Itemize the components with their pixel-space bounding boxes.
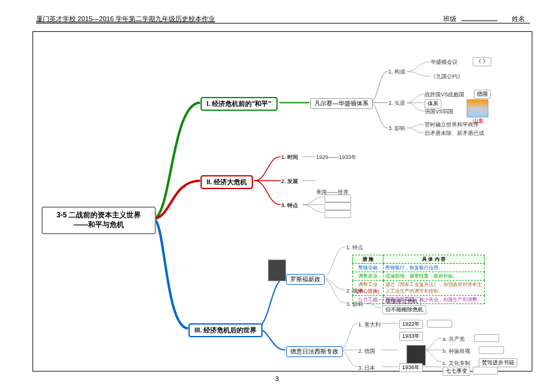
b1-n1: 1. 构成 <box>388 68 405 76</box>
b1-n1a: 华盛顿会议 <box>431 58 458 66</box>
mindmap-diagram: 3-5 二战前的资本主义世界 ——和平与危机 I. 经济危机前的"和平" II.… <box>33 31 532 372</box>
name-label: 姓名 <box>512 14 525 23</box>
b1-n2: 2. 实质 <box>388 99 405 107</box>
f2b-blank <box>474 334 499 342</box>
page-header: 厦门英才学校 2015—2016 学年第二学期九年级历史校本作业 班级 姓名 <box>36 14 530 23</box>
b3-f2c: b. 种族歧视 <box>443 347 470 355</box>
hitler-image <box>406 345 426 366</box>
b3-f1: 1. 意大利 <box>358 321 381 329</box>
b3-f2b: a. 共产党 <box>443 335 465 343</box>
b3-r1: 1. 特点 <box>346 244 363 252</box>
b1-n2b: 战胜国VS战败国 <box>425 91 464 99</box>
b3-sub2: 德意日法西斯专政 <box>286 346 343 357</box>
b1-n2a: 体系 <box>425 99 441 108</box>
class-label: 班级 <box>443 14 456 23</box>
f1-blank <box>427 320 452 328</box>
b1-n3b: 旧矛盾未除、新矛盾已成 <box>425 129 484 137</box>
b3-f2e: 焚毁进步书籍 <box>479 358 517 367</box>
fdr-image <box>268 260 286 281</box>
b2-n3: 3. 特点 <box>281 202 298 210</box>
b2-blank3 <box>325 210 351 218</box>
measures-table: 措 施具 体 内 容 整顿金融整顿银行，恢复银行信用。 调整农业缩减耕地、屠宰牲… <box>352 255 485 304</box>
b3-f3b: 七七事变 <box>443 367 470 376</box>
root-node: 3-5 二战前的资本主义世界 ——和平与危机 <box>42 207 156 234</box>
f3-blank <box>473 367 498 375</box>
b3-f2a: 1933年 <box>399 332 423 341</box>
header-title: 厦门英才学校 2015—2016 学年第二学期九年级历史校本作业 <box>36 14 215 23</box>
branch-2: II. 经济大危机 <box>201 175 253 189</box>
b2-blank1 <box>325 194 351 202</box>
branch-3: III. 经济危机后的世界 <box>188 323 263 337</box>
page-number: 3 <box>0 375 554 382</box>
b1-n2c: 强国VS弱国 <box>425 108 453 116</box>
th-content: 具 体 内 容 <box>384 255 485 264</box>
b1-sub: 凡尔赛—华盛顿体系 <box>310 98 373 109</box>
b1-n1c: 《 》 <box>473 57 491 66</box>
f2c-blank <box>479 346 504 354</box>
root-line2: ——和平与危机 <box>57 220 142 230</box>
branch-1: I. 经济危机前的"和平" <box>201 97 278 111</box>
b1-n1b: 《九国公约》 <box>431 73 463 81</box>
b2-n2: 2. 发展 <box>281 178 298 185</box>
b3-f2: 2. 德国 <box>358 347 375 355</box>
b3-f3a: 1936年 <box>399 363 423 372</box>
root-line1: 3-5 二战前的资本主义世界 <box>57 211 142 220</box>
b3-f1a: 1922年 <box>399 320 423 329</box>
b3-sub1: 罗斯福新政 <box>286 274 325 285</box>
b1-n3: 3. 影响 <box>388 125 405 132</box>
b2-n1: 1. 时间 <box>281 154 298 161</box>
b3-r3b: 但不能根除危机 <box>382 305 426 314</box>
b1-n2d: 德国 <box>474 90 491 99</box>
b2-n1a: 1929——1933年 <box>316 154 356 161</box>
flag-image <box>467 99 488 117</box>
b3-f3: 3. 日本 <box>358 364 375 372</box>
b1-n3a: 暂时确立世界和平秩序 <box>425 121 479 129</box>
class-blank <box>461 20 497 21</box>
th-measure: 措 施 <box>353 255 384 264</box>
b2-blank2 <box>325 202 351 210</box>
